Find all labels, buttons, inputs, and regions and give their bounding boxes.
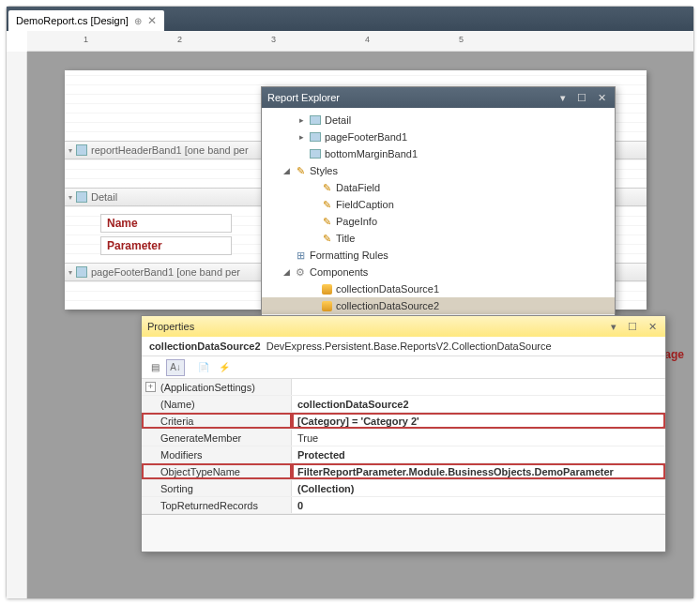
dropdown-icon[interactable]: ▾ bbox=[608, 321, 619, 333]
ruler-tick: 5 bbox=[459, 35, 464, 44]
property-row[interactable]: +(ApplicationSettings) bbox=[142, 379, 665, 396]
tree-item-label: Styles bbox=[310, 165, 338, 176]
property-row[interactable]: TopReturnedRecords0 bbox=[142, 497, 665, 514]
gear-icon: ⚙ bbox=[294, 265, 307, 279]
property-name: ObjectTypeName bbox=[142, 463, 292, 479]
property-row[interactable]: GenerateMemberTrue bbox=[142, 430, 665, 446]
property-row[interactable]: ObjectTypeNameFilterReportParameter.Modu… bbox=[142, 463, 665, 480]
collapse-icon[interactable]: ▾ bbox=[68, 268, 72, 277]
tree-item-label: PageInfo bbox=[336, 216, 377, 227]
tree-item-label: Components bbox=[310, 266, 368, 278]
report-explorer-panel[interactable]: Report Explorer ▾ ☐ ✕ ▸Detail▸pageFooter… bbox=[261, 86, 616, 319]
tree-item-label: Detail bbox=[325, 114, 351, 126]
band-icon bbox=[76, 144, 87, 156]
maximize-icon[interactable]: ☐ bbox=[625, 321, 640, 333]
band-label: Detail bbox=[91, 191, 117, 203]
collapse-icon[interactable]: ▾ bbox=[68, 193, 72, 202]
tree-item-label: pageFooterBand1 bbox=[325, 131, 407, 143]
tree-item[interactable]: ✎Title bbox=[262, 230, 615, 247]
panel-title-text: Properties bbox=[147, 321, 194, 332]
band-icon bbox=[309, 130, 322, 144]
ruler-tick: 3 bbox=[271, 35, 276, 44]
close-icon[interactable]: ✕ bbox=[595, 92, 609, 104]
selected-object-name: collectionDataSource2 bbox=[149, 340, 261, 352]
ruler-tick: 4 bbox=[365, 35, 370, 44]
property-value[interactable]: collectionDataSource2 bbox=[292, 396, 665, 412]
tree-item-label: Formatting Rules bbox=[310, 250, 388, 261]
categorized-icon[interactable]: ▤ bbox=[145, 359, 164, 376]
property-value[interactable]: Protected bbox=[292, 446, 665, 462]
panel-titlebar[interactable]: Report Explorer ▾ ☐ ✕ bbox=[262, 87, 615, 108]
close-icon[interactable]: ✕ bbox=[646, 321, 660, 333]
maximize-icon[interactable]: ☐ bbox=[574, 92, 589, 104]
tree-item[interactable]: ✎FieldCaption bbox=[262, 196, 615, 213]
properties-toolbar: ▤ A↓ 📄 ⚡ bbox=[142, 356, 665, 379]
property-name: TopReturnedRecords bbox=[142, 497, 292, 513]
explorer-tree[interactable]: ▸Detail▸pageFooterBand1bottomMarginBand1… bbox=[262, 108, 615, 318]
property-name: (Name) bbox=[142, 396, 292, 412]
datasource-icon bbox=[320, 299, 333, 312]
field-parameter[interactable]: Parameter bbox=[100, 236, 232, 255]
brush-icon: ✎ bbox=[320, 232, 333, 245]
band-label: reportHeaderBand1 [one band per bbox=[91, 144, 249, 156]
property-value[interactable]: (Collection) bbox=[292, 480, 665, 496]
close-icon[interactable]: ✕ bbox=[147, 14, 157, 27]
band-label: pageFooterBand1 [one band per bbox=[91, 266, 240, 278]
property-row[interactable]: Criteria[Category] = 'Category 2' bbox=[142, 413, 665, 430]
horizontal-ruler: 1 2 3 4 5 bbox=[27, 31, 693, 52]
property-value[interactable]: FilterReportParameter.Module.BusinessObj… bbox=[292, 463, 665, 479]
alphabetical-icon[interactable]: A↓ bbox=[166, 359, 185, 376]
brush-icon: ✎ bbox=[320, 198, 333, 211]
properties-object-selector[interactable]: collectionDataSource2 DevExpress.Persist… bbox=[142, 337, 665, 356]
panel-titlebar[interactable]: Properties ▾ ☐ ✕ bbox=[142, 316, 665, 337]
tree-item[interactable]: collectionDataSource2 bbox=[262, 297, 615, 314]
tree-item[interactable]: ⊞Formatting Rules bbox=[262, 247, 615, 264]
tab-title: DemoReport.cs [Design] bbox=[16, 15, 129, 26]
tree-item-label: collectionDataSource2 bbox=[336, 300, 439, 311]
properties-description bbox=[142, 514, 665, 552]
tree-item-label: FieldCaption bbox=[336, 199, 394, 210]
panel-title-text: Report Explorer bbox=[267, 92, 340, 103]
tree-item[interactable]: ✎PageInfo bbox=[262, 213, 615, 230]
brush-icon: ✎ bbox=[320, 215, 333, 228]
tree-item-label: bottomMarginBand1 bbox=[325, 148, 418, 159]
band-icon bbox=[76, 266, 87, 278]
expand-icon[interactable]: + bbox=[145, 382, 156, 392]
collapse-icon[interactable]: ▾ bbox=[68, 146, 72, 155]
tree-item[interactable]: collectionDataSource1 bbox=[262, 280, 615, 297]
tree-item[interactable]: ◢⚙Components bbox=[262, 264, 615, 280]
property-name: +(ApplicationSettings) bbox=[142, 379, 292, 395]
property-value[interactable]: 0 bbox=[292, 497, 665, 513]
rules-icon: ⊞ bbox=[294, 249, 307, 262]
selected-object-type: DevExpress.Persistent.Base.ReportsV2.Col… bbox=[266, 340, 552, 352]
expand-icon[interactable]: ▸ bbox=[297, 115, 306, 125]
property-value[interactable] bbox=[292, 379, 665, 395]
tree-item[interactable]: ◢✎Styles bbox=[262, 162, 615, 179]
document-tab[interactable]: DemoReport.cs [Design] ⊕ ✕ bbox=[8, 10, 164, 31]
properties-panel[interactable]: Properties ▾ ☐ ✕ collectionDataSource2 D… bbox=[141, 315, 666, 552]
brush-icon: ✎ bbox=[320, 181, 333, 194]
properties-grid[interactable]: +(ApplicationSettings)(Name)collectionDa… bbox=[142, 379, 665, 514]
band-icon bbox=[76, 191, 87, 203]
expand-icon[interactable]: ◢ bbox=[282, 166, 291, 175]
field-name[interactable]: Name bbox=[100, 214, 232, 233]
events-page-icon[interactable]: ⚡ bbox=[215, 359, 234, 376]
property-value[interactable]: True bbox=[292, 430, 665, 446]
dropdown-icon[interactable]: ▾ bbox=[557, 92, 569, 104]
tree-item[interactable]: ✎DataField bbox=[262, 179, 615, 196]
property-row[interactable]: ModifiersProtected bbox=[142, 446, 665, 463]
document-tab-bar: DemoReport.cs [Design] ⊕ ✕ bbox=[7, 7, 693, 31]
expand-icon[interactable]: ◢ bbox=[282, 267, 291, 277]
property-name: Sorting bbox=[142, 480, 292, 496]
tree-item[interactable]: ▸Detail bbox=[262, 112, 615, 129]
property-row[interactable]: Sorting(Collection) bbox=[142, 480, 665, 497]
ruler-tick: 1 bbox=[84, 35, 88, 44]
property-row[interactable]: (Name)collectionDataSource2 bbox=[142, 396, 665, 413]
tree-item[interactable]: bottomMarginBand1 bbox=[262, 145, 615, 162]
brush-icon: ✎ bbox=[294, 164, 307, 177]
expand-icon[interactable]: ▸ bbox=[297, 132, 306, 142]
property-value[interactable]: [Category] = 'Category 2' bbox=[292, 413, 665, 429]
tree-item[interactable]: ▸pageFooterBand1 bbox=[262, 129, 615, 145]
pin-icon[interactable]: ⊕ bbox=[134, 16, 142, 26]
properties-page-icon[interactable]: 📄 bbox=[194, 359, 213, 376]
